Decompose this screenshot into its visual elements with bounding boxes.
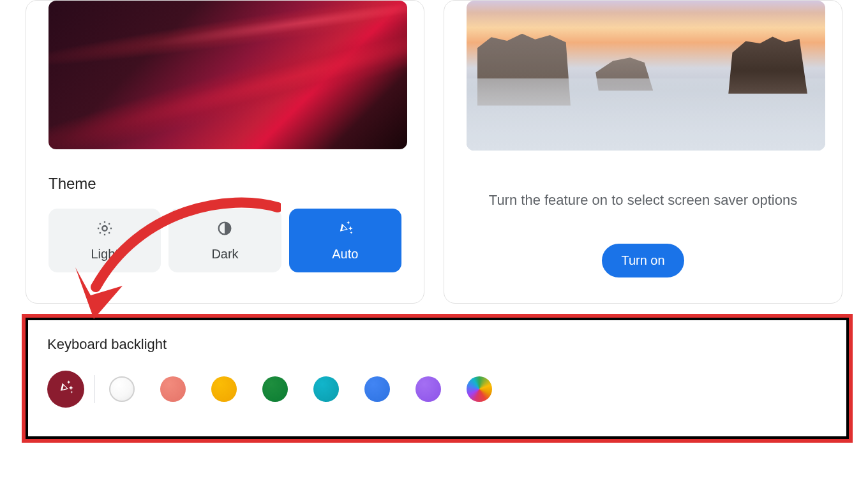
theme-light-button[interactable]: Light: [49, 209, 161, 272]
backlight-yellow-swatch[interactable]: [211, 376, 237, 402]
theme-heading: Theme: [49, 175, 401, 193]
svg-point-0: [102, 226, 107, 230]
theme-dark-label: Dark: [211, 247, 238, 262]
theme-segmented-control: Light Dark: [49, 209, 401, 272]
screensaver-preview[interactable]: [467, 1, 825, 151]
magic-wand-icon: [57, 379, 75, 399]
backlight-rainbow-swatch[interactable]: [467, 376, 492, 402]
magic-wand-icon: [336, 219, 354, 240]
backlight-color-row: [47, 371, 827, 408]
theme-auto-label: Auto: [332, 247, 358, 262]
backlight-purple-swatch[interactable]: [415, 376, 441, 402]
backlight-teal-swatch[interactable]: [313, 376, 339, 402]
screensaver-turn-on-button[interactable]: Turn on: [602, 244, 684, 277]
screensaver-card: Turn the feature on to select screen sav…: [444, 0, 842, 304]
keyboard-backlight-panel: Keyboard backlight: [26, 318, 849, 439]
theme-auto-button[interactable]: Auto: [289, 209, 401, 272]
theme-light-label: Light: [91, 247, 118, 262]
keyboard-backlight-title: Keyboard backlight: [47, 336, 827, 353]
wallpaper-preview[interactable]: [49, 1, 407, 149]
screensaver-description: Turn the feature on to select screen sav…: [467, 192, 819, 209]
backlight-white-swatch[interactable]: [109, 376, 135, 402]
backlight-green-swatch[interactable]: [262, 376, 288, 402]
sun-icon: [96, 219, 114, 240]
wallpaper-theme-card: Theme Light: [26, 0, 424, 304]
backlight-auto-swatch[interactable]: [47, 371, 84, 408]
backlight-red-swatch[interactable]: [160, 376, 186, 402]
theme-dark-button[interactable]: Dark: [168, 209, 281, 272]
contrast-icon: [216, 219, 234, 240]
swatch-divider: [94, 375, 95, 403]
backlight-blue-swatch[interactable]: [364, 376, 390, 402]
